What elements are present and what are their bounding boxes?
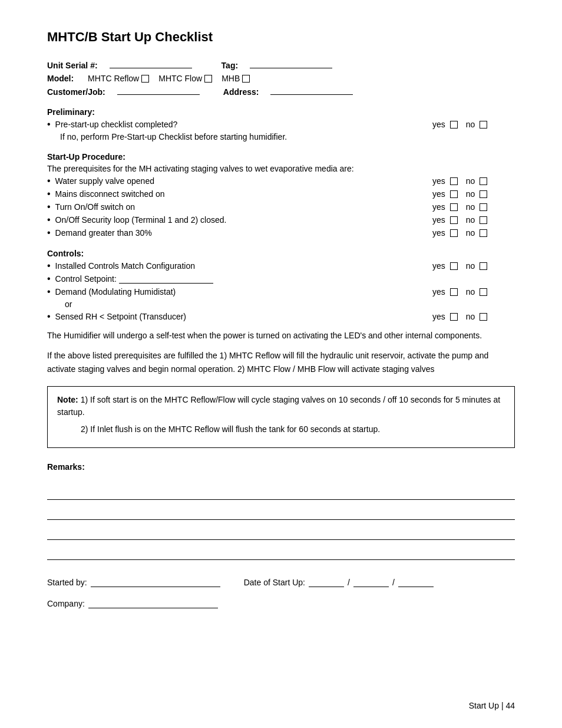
model-mhtc-reflow: MHTC Reflow <box>88 74 149 83</box>
startup-item-4: • On/Off Security loop (Terminal 1 and 2… <box>47 215 515 225</box>
bullet-icon: • <box>47 274 51 284</box>
date-input-2[interactable] <box>353 578 389 587</box>
startup-item-2-yesno: yes no <box>432 189 515 199</box>
page-footer: Start Up | 44 <box>469 701 515 710</box>
bullet-icon: • <box>47 311 51 322</box>
preliminary-subtext: If no, perform Pre-Start-up Checklist be… <box>60 132 515 141</box>
address-label: Address: <box>223 87 259 97</box>
note-text-1: 1) If soft start is on the MHTC Reflow/F… <box>57 395 500 417</box>
started-by-input[interactable] <box>91 578 220 587</box>
remarks-lines <box>47 481 515 560</box>
bullet-icon: • <box>47 215 51 225</box>
startup-3-no[interactable] <box>480 203 487 211</box>
bullet-icon: • <box>47 189 51 199</box>
tag-label: Tag: <box>222 61 239 70</box>
company-input[interactable] <box>88 599 218 608</box>
model-mhtc-reflow-label: MHTC Reflow <box>88 74 139 83</box>
bullet-icon: • <box>47 286 51 297</box>
controls-item-1: • Installed Controls Match Configuration… <box>47 261 515 271</box>
preliminary-title: Preliminary: <box>47 107 515 117</box>
controls-item-4: • Sensed RH < Setpoint (Transducer) yes … <box>47 311 515 322</box>
note-line-2: 2) If Inlet flush is on the MHTC Reflow … <box>81 423 505 436</box>
controls-item-1-yesno: yes no <box>432 261 515 271</box>
remarks-line-4[interactable] <box>47 541 515 560</box>
model-mhtc-flow: MHTC Flow <box>158 74 212 83</box>
startup-4-yes[interactable] <box>450 216 458 224</box>
prelim-yes-checkbox[interactable] <box>450 121 458 129</box>
tag-field[interactable] <box>250 59 332 68</box>
controls-item-3: • Demand (Modulating Humidistat) yes no <box>47 286 515 297</box>
note-box: Note: 1) If soft start is on the MHTC Re… <box>47 386 515 448</box>
controls-3-yes[interactable] <box>450 288 458 296</box>
unit-serial-field[interactable] <box>110 59 192 68</box>
controls-3-no[interactable] <box>480 288 487 296</box>
bullet-icon: • <box>47 261 51 271</box>
signature-row: Started by: Date of Start Up: / / <box>47 578 515 587</box>
controls-4-yes[interactable] <box>450 313 458 321</box>
controls-title: Controls: <box>47 249 515 258</box>
bullet-icon: • <box>47 228 51 238</box>
started-by-label: Started by: <box>47 578 87 587</box>
bullet-icon: • <box>47 119 51 130</box>
date-input-3[interactable] <box>398 578 434 587</box>
model-label: Model: <box>47 74 74 83</box>
startup-item-5-yesno: yes no <box>432 228 515 238</box>
note-label: Note: <box>57 395 78 404</box>
prelim-no-checkbox[interactable] <box>480 121 487 129</box>
preliminary-item-1: • Pre-start-up checklist completed? yes … <box>47 119 515 130</box>
model-mhb-checkbox[interactable] <box>242 75 250 83</box>
startup-1-no[interactable] <box>480 177 487 185</box>
controls-1-no[interactable] <box>480 262 487 270</box>
preliminary-item-1-yesno: yes no <box>432 120 515 129</box>
note-line-1: Note: 1) If soft start is on the MHTC Re… <box>57 394 505 419</box>
startup-item-3-yesno: yes no <box>432 202 515 212</box>
remarks-line-2[interactable] <box>47 501 515 520</box>
date-label: Date of Start Up: <box>244 578 305 587</box>
company-field: Company: <box>47 599 218 608</box>
startup-5-yes[interactable] <box>450 229 458 237</box>
footer-text: Start Up | 44 <box>469 701 515 710</box>
remarks-title: Remarks: <box>47 462 515 472</box>
model-mhtc-reflow-checkbox[interactable] <box>141 75 149 83</box>
remarks-section: Remarks: <box>47 462 515 560</box>
paragraph-2: If the above listed prerequisites are fu… <box>47 349 515 375</box>
unit-serial-label: Unit Serial #: <box>47 61 98 70</box>
startup-subtitle: The prerequisites for the MH activating … <box>47 164 515 173</box>
company-row: Company: <box>47 599 515 608</box>
controls-4-no[interactable] <box>480 313 487 321</box>
control-setpoint-field[interactable] <box>119 274 213 284</box>
startup-item-1: • Water supply valve opened yes no <box>47 176 515 186</box>
or-label: or <box>65 299 515 309</box>
startup-item-2: • Mains disconnect switched on yes no <box>47 189 515 199</box>
bullet-icon: • <box>47 176 51 186</box>
startup-2-yes[interactable] <box>450 190 458 198</box>
startup-1-yes[interactable] <box>450 177 458 185</box>
remarks-line-3[interactable] <box>47 521 515 540</box>
company-label: Company: <box>47 599 85 608</box>
controls-item-2: • Control Setpoint: <box>47 274 515 284</box>
startup-5-no[interactable] <box>480 229 487 237</box>
address-field[interactable] <box>270 85 353 95</box>
model-options: MHTC Reflow MHTC Flow MHB <box>88 74 250 83</box>
controls-item-3-yesno: yes no <box>432 287 515 297</box>
header-row-1: Unit Serial #: Tag: <box>47 59 515 70</box>
startup-2-no[interactable] <box>480 190 487 198</box>
startup-item-3: • Turn On/Off switch on yes no <box>47 202 515 212</box>
startup-4-no[interactable] <box>480 216 487 224</box>
page-title: MHTC/B Start Up Checklist <box>47 29 515 45</box>
startup-item-5: • Demand greater than 30% yes no <box>47 228 515 238</box>
date-input-1[interactable] <box>309 578 344 587</box>
controls-1-yes[interactable] <box>450 262 458 270</box>
model-mhtc-flow-label: MHTC Flow <box>158 74 202 83</box>
remarks-line-1[interactable] <box>47 481 515 500</box>
startup-3-yes[interactable] <box>450 203 458 211</box>
customer-label: Customer/Job: <box>47 87 105 97</box>
model-mhb: MHB <box>222 74 250 83</box>
model-mhtc-flow-checkbox[interactable] <box>204 75 212 83</box>
paragraph-1: The Humidifier will undergo a self-test … <box>47 329 515 342</box>
model-mhb-label: MHB <box>222 74 240 83</box>
bullet-icon: • <box>47 202 51 212</box>
note-text-2: 2) If Inlet flush is on the MHTC Reflow … <box>81 424 380 434</box>
customer-field[interactable] <box>117 85 200 95</box>
header-row-2: Model: MHTC Reflow MHTC Flow MHB <box>47 74 515 83</box>
